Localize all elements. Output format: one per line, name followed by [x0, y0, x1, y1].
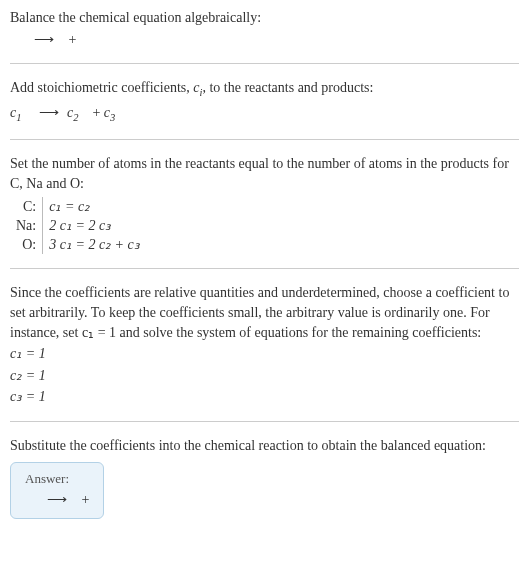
answer-box: Answer: ⟶ + — [10, 462, 104, 519]
answer-label: Answer: — [25, 471, 89, 487]
spacer — [75, 492, 79, 507]
divider — [10, 63, 519, 64]
atom-label: C: — [10, 197, 43, 216]
stoich-section: Add stoichiometric coefficients, ci, to … — [10, 78, 519, 125]
table-row: Na: 2 c₁ = 2 c₃ — [10, 216, 146, 235]
substitute-section: Substitute the coefficients into the che… — [10, 436, 519, 519]
stoich-text-a: Add stoichiometric coefficients, — [10, 80, 193, 95]
plus-sign — [62, 32, 66, 47]
plus-text: + — [82, 492, 90, 507]
spacer — [82, 105, 89, 120]
solution-line: c₂ = 1 — [10, 366, 519, 386]
c1-var: c1 — [10, 105, 21, 120]
substitute-line: Substitute the coefficients into the che… — [10, 436, 519, 456]
stoich-text-b: , to the reactants and products: — [202, 80, 373, 95]
atom-label: O: — [10, 235, 43, 254]
c3-var: c3 — [104, 105, 115, 120]
atom-equation: 2 c₁ = 2 c₃ — [43, 216, 146, 235]
intro-equation: ⟶ + — [10, 30, 519, 50]
stoich-line1: Add stoichiometric coefficients, ci, to … — [10, 78, 519, 100]
c2-var: c2 — [67, 105, 78, 120]
solution-line: c₁ = 1 — [10, 344, 519, 364]
spacer — [25, 105, 32, 120]
atoms-section: Set the number of atoms in the reactants… — [10, 154, 519, 254]
solution-line: c₃ = 1 — [10, 387, 519, 407]
divider — [10, 268, 519, 269]
table-row: C: c₁ = c₂ — [10, 197, 146, 216]
divider — [10, 421, 519, 422]
table-row: O: 3 c₁ = 2 c₂ + c₃ — [10, 235, 146, 254]
plus-text: + — [69, 32, 77, 47]
plus-text: + — [92, 105, 100, 120]
atom-equation: c₁ = c₂ — [43, 197, 146, 216]
answer-equation: ⟶ + — [25, 491, 89, 508]
arrow-icon: ⟶ — [34, 30, 54, 50]
arrow-icon: ⟶ — [47, 491, 67, 508]
atom-label: Na: — [10, 216, 43, 235]
divider — [10, 139, 519, 140]
choose-para: Since the coefficients are relative quan… — [10, 283, 519, 342]
choose-section: Since the coefficients are relative quan… — [10, 283, 519, 407]
atoms-intro: Set the number of atoms in the reactants… — [10, 154, 519, 193]
intro-line1: Balance the chemical equation algebraica… — [10, 8, 519, 28]
atom-equation: 3 c₁ = 2 c₂ + c₃ — [43, 235, 146, 254]
intro-section: Balance the chemical equation algebraica… — [10, 8, 519, 49]
stoich-equation: c1 ⟶ c2 + c3 — [10, 103, 519, 125]
arrow-icon: ⟶ — [39, 103, 59, 123]
atoms-table: C: c₁ = c₂ Na: 2 c₁ = 2 c₃ O: 3 c₁ = 2 c… — [10, 197, 146, 254]
